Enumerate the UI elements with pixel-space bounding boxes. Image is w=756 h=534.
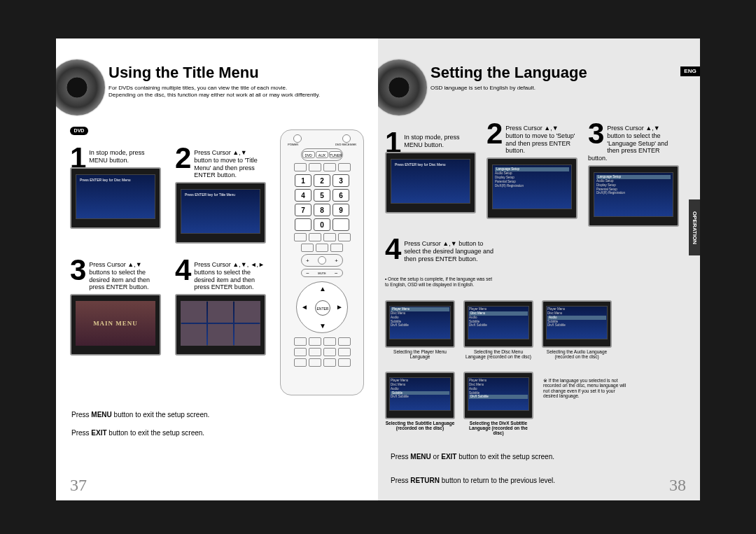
page-subtitle-right: OSD language is set to English by defaul… xyxy=(430,85,654,92)
manual-page-37: Using the Title Menu For DVDs containing… xyxy=(56,38,378,500)
tv-screenshot: Press ENTER key for Disc Menu xyxy=(70,167,161,229)
footer-line-2: Press EXIT button to exit the setup scre… xyxy=(71,428,204,439)
tv-screenshot: Language Setup Audio Setup Display Setup… xyxy=(588,165,679,227)
page-number: 38 xyxy=(669,477,686,493)
tv-row-2: Player MenuDisc MenuAudioSubtitleDivX Su… xyxy=(385,369,533,435)
caption: Selecting the Audio Language (recorded o… xyxy=(542,349,612,359)
tv-screenshot: MAIN MENU xyxy=(70,294,161,356)
tv-screenshot xyxy=(175,294,266,356)
caption: Selecting the DivX Subtitle Language (re… xyxy=(463,421,533,435)
step-4: 4 Press Cursor ▲,▼ button to select the … xyxy=(385,234,493,264)
page-number: 37 xyxy=(70,477,87,493)
caption: Selecting the Player Menu Language xyxy=(385,349,455,359)
tv-row-1: Player MenuDisc MenuAudioSubtitleDivX Su… xyxy=(385,297,612,359)
manual-page-38: Setting the Language OSD language is set… xyxy=(378,38,700,500)
remote-control-graphic: POWERDVD RECEIVER DVDAUXTUNER 123 456 78… xyxy=(280,129,364,395)
caption: Selecting the Subtitle Language (recorde… xyxy=(385,421,455,430)
tv-screenshot: Player MenuDisc MenuAudioSubtitleDivX Su… xyxy=(385,300,455,348)
step-2: 2 Press Cursor ▲,▼ button to move to 'Se… xyxy=(486,119,578,219)
tv-screenshot: Player MenuDisc MenuAudioSubtitleDivX Su… xyxy=(463,300,533,348)
lang-tab: ENG xyxy=(680,66,700,76)
tv-screenshot: Player MenuDisc MenuAudioSubtitleDivX Su… xyxy=(463,372,533,419)
dvd-badge: DVD xyxy=(70,127,88,135)
tv-screenshot: Press ENTER key for Title Menu xyxy=(175,182,266,244)
step-1: 1 In stop mode, press MENU button. Press… xyxy=(385,128,476,213)
footer-line-2: Press RETURN button to return to the pre… xyxy=(391,475,555,486)
tv-screenshot: Language Setup Audio Setup Display Setup… xyxy=(486,157,578,219)
tv-screenshot: Press ENTER key for Disc Menu xyxy=(385,152,476,213)
page-title-left: Using the Title Menu xyxy=(108,65,259,80)
language-note: ※ If the language you selected is not re… xyxy=(543,378,627,399)
remote-keypad: 123 456 789 0 xyxy=(281,174,363,231)
tv-screenshot: Player MenuDisc MenuAudioSubtitleDivX Su… xyxy=(385,372,455,419)
speaker-graphic xyxy=(378,59,427,115)
footer-line-1: Press MENU button to exit the setup scre… xyxy=(71,409,209,421)
step-1: 1 In stop mode, press MENU button. Press… xyxy=(70,143,161,229)
page-title-right: Setting the Language xyxy=(430,65,587,80)
remote-dpad: ▲ ▼ ◄ ► ENTER xyxy=(296,281,348,333)
footer-line-1: Press MENU or EXIT button to exit the se… xyxy=(391,451,554,463)
step-3: 3 Press Cursor ▲,▼ button to select the … xyxy=(588,119,679,227)
section-tab: OPERATION xyxy=(689,199,700,255)
step-2: 2 Press Cursor ▲,▼ button to move to 'Ti… xyxy=(175,143,266,244)
speaker-graphic xyxy=(56,59,105,115)
caption: Selecting the Disc Menu Language (record… xyxy=(463,349,533,359)
page-subtitle-left: For DVDs containing multiple titles, you… xyxy=(108,85,332,98)
tv-screenshot: Player MenuDisc MenuAudioSubtitleDivX Su… xyxy=(542,300,612,348)
step-3: 3 Press Cursor ▲,▼ buttons to select the… xyxy=(70,255,161,356)
step-4: 4 Press Cursor ▲,▼, ◄,► buttons to selec… xyxy=(175,255,266,356)
note-bullet: • Once the setup is complete, if the lan… xyxy=(385,276,497,288)
